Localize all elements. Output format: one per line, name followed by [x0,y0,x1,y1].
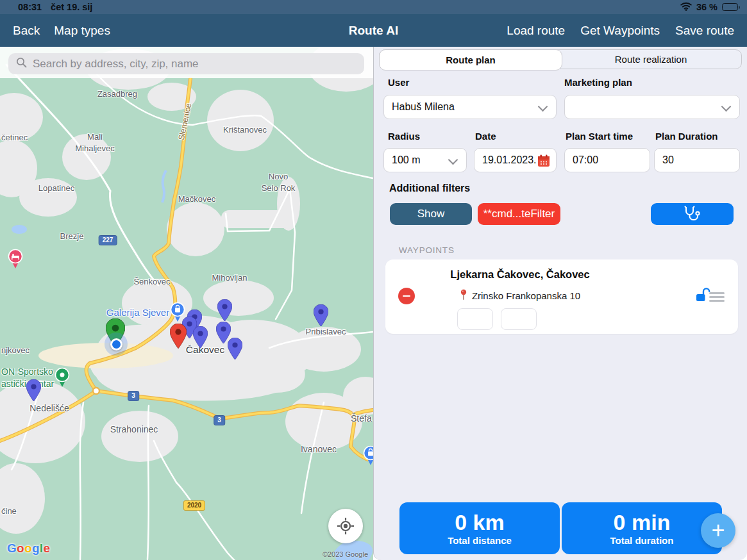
add-waypoint-fab[interactable]: + [701,513,735,548]
date-label: Date [475,131,496,142]
map-label: Brezje [60,231,84,242]
chevron-down-icon [538,102,548,112]
search-input[interactable]: Search by address, city, zip, name [8,53,364,74]
save-route-button[interactable]: Save route [675,24,734,38]
map-label: Mali Mihaljevec [75,131,114,154]
map-canvas[interactable]: ZasadbregKrištanovecčetinecMali Mihaljev… [0,47,373,560]
map-label: Nedelišće [29,402,69,415]
waypoints-header: WAYPOINTS [399,245,455,255]
remove-waypoint-button[interactable] [398,288,415,304]
user-label: User [388,77,409,88]
status-date: čet 19. sij [51,2,92,12]
waypoint-address: Zrinsko Frankopanska 10 [472,290,580,301]
map-poi-bed-icon[interactable] [7,249,24,272]
map-poi-bag-icon[interactable] [362,445,373,468]
map-label: Mihovljan [212,272,248,284]
map-label: četinec [1,132,28,144]
crosshair-icon [337,517,355,535]
map-attribution: ©2023 Google [323,550,368,558]
user-select[interactable]: Habuš Milena [383,95,557,119]
marketing-plan-select[interactable] [564,95,740,119]
plan-start-time-input[interactable]: 07:00 [564,148,650,172]
map-label: Novo Selo Rok [262,171,296,194]
map-label: Galerija Sjever [106,306,169,319]
back-button[interactable]: Back [13,24,40,38]
plan-duration-label: Plan Duration [655,131,718,142]
road-badge: 3 [214,415,225,425]
waypoint-name: Ljekarna Čakovec, Čakovec [424,268,616,281]
map-label: Strahoninec [110,424,158,436]
waypoint-mini-input-2[interactable] [501,308,537,330]
wifi-icon [680,2,692,13]
map-label: Štefa [351,413,372,425]
map-label: ntar [38,378,54,390]
waypoint-card: Ljekarna Čakovec, Čakovec Zrinsko Franko… [385,259,738,334]
status-bar: 08:31 čet 19. sij 36 % [0,0,747,14]
nav-bar: Back Map types Route AI Load route Get W… [0,14,747,47]
chevron-down-icon [721,102,732,112]
map-poi-dot-icon[interactable] [54,367,71,390]
radius-label: Radius [388,131,420,142]
map-label: astički [1,378,26,390]
route-panel: Route plan Route realization User Market… [373,47,747,560]
battery-percent: 36 % [696,2,718,12]
map-label: Lopatinec [38,183,74,194]
road-badge: 2020 [183,500,205,511]
map-label: njkovec [1,345,29,356]
map-label: Zasadbreg [97,88,137,100]
plan-start-time-label: Plan Start time [566,131,633,142]
search-placeholder: Search by address, city, zip, name [33,58,199,70]
map-marker-purple[interactable] [26,379,41,404]
load-route-button[interactable]: Load route [507,24,565,38]
additional-filters-title: Additional filters [389,183,470,194]
clock: 08:31 [18,2,42,12]
total-distance-button[interactable]: 0 km Total distance [399,502,560,554]
map-marker-purple[interactable] [314,304,328,329]
google-logo: Google [7,541,50,556]
waypoint-mini-input-1[interactable] [457,308,493,330]
my-location-button[interactable] [328,509,363,543]
get-waypoints-button[interactable]: Get Waypoints [580,24,660,38]
drag-handle-icon[interactable] [709,292,725,302]
map-label: Ivanovec [301,443,337,456]
show-filters-button[interactable]: Show [390,203,472,225]
map-label: Šenkovec [133,276,170,288]
marketing-plan-label: Marketing plan [564,77,632,88]
map-marker-purple[interactable] [228,338,242,363]
user-location-dot [105,333,128,356]
road-badge: 3 [128,391,139,401]
road-badge: 227 [99,235,117,245]
map-types-button[interactable]: Map types [54,24,110,38]
map-label: ON-Sportsko [1,366,53,378]
map-marker-red[interactable] [170,324,187,351]
cmd-route-filter-button[interactable]: **cmd...teFilter [478,203,560,225]
map-marker-purple[interactable] [193,326,208,351]
radius-select[interactable]: 100 m [383,148,467,172]
total-duration-button[interactable]: 0 min Total duration [562,502,722,554]
stethoscope-icon [683,206,702,222]
battery-icon [722,3,738,11]
tab-route-plan[interactable]: Route plan [379,49,562,70]
stethoscope-button[interactable] [651,203,734,225]
plan-duration-input[interactable]: 30 [654,148,740,172]
map-label: Mačkovec [178,194,216,205]
pin-icon [460,289,467,302]
chevron-down-icon [448,155,458,165]
map-label: ćine [1,506,17,517]
page-title: Route AI [349,24,398,38]
date-input[interactable]: 19.01.2023. [474,148,557,172]
calendar-icon[interactable] [537,154,551,170]
map-poi-bag-icon[interactable] [169,302,186,325]
search-icon [16,57,27,71]
tab-bar: Route plan Route realization [379,49,742,69]
map-label: Krištanovec [223,124,267,136]
map-marker-purple[interactable] [217,299,232,324]
tab-route-realization[interactable]: Route realization [560,50,741,69]
